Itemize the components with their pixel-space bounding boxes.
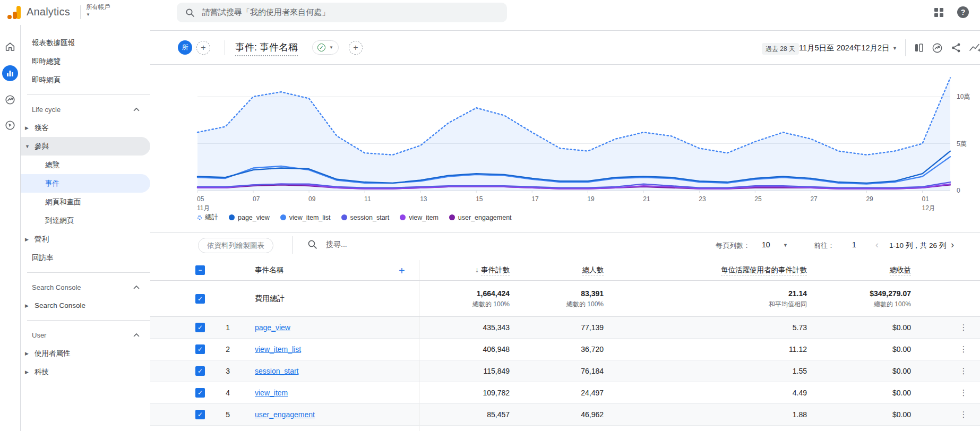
- sidebar-item-acquisition[interactable]: ▶獲客: [21, 118, 150, 137]
- row-checkbox[interactable]: ✓: [195, 294, 205, 304]
- table-search-input[interactable]: 搜尋...: [307, 239, 347, 249]
- next-page-icon[interactable]: ›: [951, 239, 954, 251]
- sidebar-section-life-cycle[interactable]: Life cycle: [21, 100, 150, 118]
- auto-insights-icon[interactable]: [969, 41, 980, 54]
- column-header-revenue[interactable]: 總收益: [890, 265, 912, 275]
- event-name-link[interactable]: view_item_list: [255, 345, 301, 354]
- sidebar-item-reports-snapshot[interactable]: 報表數據匯報: [21, 33, 150, 52]
- sidebar-item-realtime-pages[interactable]: 即時網頁: [21, 71, 150, 89]
- reports-icon[interactable]: [2, 65, 18, 81]
- legend-item-user_engagement[interactable]: user_engagement: [449, 214, 512, 221]
- row-menu-icon[interactable]: ⋮: [959, 388, 968, 398]
- expand-arrow-icon: ▶: [25, 237, 35, 242]
- add-column-icon[interactable]: +: [399, 265, 405, 277]
- sidebar-item-realtime-overview[interactable]: 即時總覽: [21, 52, 150, 71]
- plot-rows-button[interactable]: 依資料列繪製圖表: [198, 238, 273, 253]
- account-switcher[interactable]: 所有帳戶 ▼: [86, 3, 110, 17]
- sidebar-item-retention[interactable]: 回訪率: [21, 248, 150, 267]
- row-checkbox[interactable]: ✓: [195, 366, 205, 376]
- table-toolbar: 依資料列繪製圖表 搜尋... 每頁列數： 10 ▼ 前往： 1 ‹ 1-10 列…: [150, 232, 980, 256]
- collection-chip[interactable]: 所: [178, 40, 192, 55]
- help-icon[interactable]: ?: [957, 6, 969, 19]
- account-label: 所有帳戶: [86, 3, 110, 11]
- row-checkbox[interactable]: ✓: [195, 410, 205, 419]
- svg-text:25: 25: [754, 195, 762, 203]
- search-input[interactable]: 請嘗試搜尋「我的使用者來自何處」: [177, 3, 507, 22]
- divider: [419, 317, 419, 338]
- legend-item-page_view[interactable]: page_view: [229, 214, 270, 221]
- sidebar-section-user[interactable]: User: [21, 326, 150, 344]
- select-all-checkbox[interactable]: −: [195, 265, 205, 275]
- column-header-event-count[interactable]: ↓事件計數: [475, 265, 510, 275]
- legend-dot-icon: [280, 214, 286, 220]
- chevron-down-icon[interactable]: ▼: [783, 243, 788, 248]
- sidebar-item-label: 參與: [35, 142, 49, 151]
- row-menu-icon[interactable]: ⋮: [959, 366, 968, 376]
- share-icon[interactable]: [950, 41, 962, 54]
- add-segment-button[interactable]: +: [349, 41, 363, 55]
- svg-text:12月: 12月: [922, 204, 935, 212]
- total-users-value: 77,139: [581, 323, 604, 332]
- sidebar-item-label: 即時網頁: [32, 75, 61, 85]
- sidebar-item-landing-pages[interactable]: 到達網頁: [21, 211, 150, 230]
- column-header-event-name[interactable]: 事件名稱: [255, 265, 283, 275]
- legend-item-session_start[interactable]: session_start: [341, 214, 390, 221]
- home-icon[interactable]: [3, 40, 17, 54]
- legend-item-view_item[interactable]: view_item: [400, 214, 439, 221]
- advertising-icon[interactable]: [3, 118, 17, 132]
- row-menu-icon[interactable]: ⋮: [959, 410, 968, 419]
- sidebar-item-tech[interactable]: ▶科技: [21, 363, 150, 381]
- total-users-value: 36,720: [581, 345, 604, 354]
- sidebar-item-user-attributes[interactable]: ▶使用者屬性: [21, 344, 150, 363]
- sidebar-item-events[interactable]: 事件: [21, 174, 150, 193]
- event-name-link[interactable]: page_view: [255, 323, 290, 332]
- date-range-selector[interactable]: 11月5日至 2024年12月2日: [799, 43, 890, 53]
- event-count-value: 85,457: [487, 410, 510, 419]
- add-comparison-button[interactable]: +: [196, 41, 210, 55]
- expand-arrow-icon: ▶: [25, 351, 35, 356]
- column-header-total-users[interactable]: 總人數: [582, 265, 604, 275]
- explore-icon[interactable]: [3, 93, 17, 107]
- analytics-logo-icon[interactable]: [7, 5, 22, 20]
- divider: [419, 360, 419, 382]
- svg-text:17: 17: [531, 195, 539, 203]
- sidebar-item-overview[interactable]: 總覽: [21, 156, 150, 174]
- legend-item-總計[interactable]: 總計: [197, 213, 218, 222]
- sidebar-item-engagement[interactable]: ▼參與: [21, 137, 150, 156]
- goto-page-input[interactable]: 1: [852, 240, 856, 249]
- column-header-count-per-user[interactable]: 每位活躍使用者的事件計數: [721, 265, 807, 275]
- row-checkbox[interactable]: ✓: [195, 388, 205, 398]
- table-row-partial: [150, 426, 980, 431]
- event-name-link[interactable]: session_start: [255, 367, 298, 375]
- events-chart-card: 05萬10萬050709111315171921232527290111月12月: [150, 64, 980, 213]
- data-quality-badge[interactable]: ✓ ▼: [312, 40, 339, 55]
- report-title[interactable]: 事件: 事件名稱: [235, 41, 298, 56]
- sidebar-item-label: 使用者屬性: [35, 349, 71, 358]
- sidebar-section-search-console[interactable]: Search Console: [21, 278, 150, 296]
- legend-item-view_item_list[interactable]: view_item_list: [280, 214, 331, 221]
- table-row: ✓ 5 user_engagement 85,457 46,962 1.88 $…: [150, 404, 980, 426]
- row-checkbox[interactable]: ✓: [195, 323, 205, 332]
- rows-per-page-select[interactable]: 10: [762, 240, 770, 249]
- legend-label: view_item: [409, 214, 439, 221]
- svg-text:21: 21: [643, 195, 650, 203]
- sidebar-item-label: 總覽: [45, 160, 59, 170]
- sidebar-item-monetization[interactable]: ▶營利: [21, 230, 150, 248]
- comparison-icon[interactable]: [913, 41, 925, 54]
- insights-icon[interactable]: [931, 41, 943, 54]
- divider: [27, 94, 150, 95]
- chevron-down-icon: ▼: [329, 45, 333, 50]
- sidebar-item-pages-screens[interactable]: 網頁和畫面: [21, 193, 150, 211]
- event-name-link[interactable]: user_engagement: [255, 410, 315, 419]
- apps-grid-icon[interactable]: [932, 6, 945, 19]
- expand-arrow-icon: ▶: [25, 125, 35, 131]
- row-menu-icon[interactable]: ⋮: [959, 323, 968, 332]
- event-count-value: 406,948: [483, 345, 510, 354]
- sidebar-item-search-console[interactable]: ▶Search Console: [21, 296, 150, 315]
- row-menu-icon[interactable]: ⋮: [959, 344, 968, 354]
- legend-dot-icon: [197, 216, 202, 220]
- divider: [419, 260, 419, 280]
- row-checkbox[interactable]: ✓: [195, 344, 205, 354]
- event-name-link[interactable]: view_item: [255, 389, 288, 397]
- sidebar-item-label: 即時總覽: [32, 57, 61, 66]
